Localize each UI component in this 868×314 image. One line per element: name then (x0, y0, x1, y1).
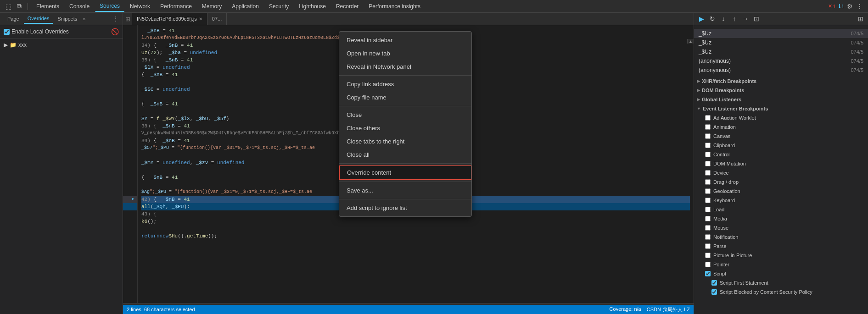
event-listener-item[interactable]: Canvas (694, 132, 868, 141)
section-xhr-breakpoints[interactable]: ▶ XHR/fetch Breakpoints (694, 77, 868, 86)
menu-close-all[interactable]: Close all (339, 148, 471, 161)
event-label: Drag / drop (713, 179, 739, 185)
step-icon[interactable]: → (741, 14, 750, 23)
event-checkbox[interactable] (705, 216, 711, 221)
event-listener-item[interactable]: Script First Statement (694, 278, 868, 287)
menu-copy-link[interactable]: Copy link address (339, 77, 471, 91)
event-checkbox[interactable] (705, 115, 711, 121)
menu-add-to-ignore[interactable]: Add script to ignore list (339, 201, 471, 215)
tab-recorder[interactable]: Recorder (331, 1, 363, 11)
section-dom-breakpoints[interactable]: ▶ DOM Breakpoints (694, 86, 868, 95)
menu-save-as[interactable]: Save as... (339, 184, 471, 197)
more-tabs-icon[interactable]: » (83, 16, 85, 22)
menu-reveal-sidebar[interactable]: Reveal in sidebar (339, 33, 471, 47)
event-checkbox[interactable] (705, 133, 711, 139)
section-event-listeners[interactable]: ▼ Event Listener Breakpoints (694, 104, 868, 113)
menu-reveal-network[interactable]: Reveal in Network panel (339, 60, 471, 73)
tab-overrides[interactable]: Overrides (24, 14, 53, 24)
tab-performance[interactable]: Performance (156, 1, 196, 11)
tab-lighthouse[interactable]: Lighthouse (294, 1, 330, 11)
event-listener-item[interactable]: Clipboard (694, 141, 868, 150)
event-listener-item[interactable]: DOM Mutation (694, 159, 868, 168)
event-listener-item[interactable]: Pointer (694, 260, 868, 269)
event-checkbox[interactable] (705, 161, 711, 166)
step-into-icon[interactable]: ↓ (719, 14, 728, 23)
event-listener-item[interactable]: Control (694, 150, 868, 159)
tab-network[interactable]: Network (125, 1, 155, 11)
event-checkbox[interactable] (705, 188, 711, 194)
event-listener-item[interactable]: Geolocation (694, 187, 868, 196)
stack-frame-4[interactable]: (anonymous)074/5 (694, 66, 868, 75)
section-global-listeners[interactable]: ▶ Global Listeners (694, 95, 868, 104)
event-listener-item[interactable]: Animation (694, 122, 868, 132)
scroll-up-icon[interactable]: ▲ (689, 39, 693, 44)
overrides-checkbox-input[interactable] (4, 29, 10, 35)
tab-close-icon[interactable]: ✕ (199, 17, 202, 22)
event-listener-item[interactable]: Media (694, 214, 868, 223)
sidebar-toggle-icon[interactable]: ⊞ (123, 16, 132, 22)
stack-frame-2[interactable]: _$Uz074/5 (694, 47, 868, 56)
event-checkbox[interactable] (705, 152, 711, 157)
event-listener-item[interactable]: Script (694, 269, 868, 278)
event-checkbox[interactable] (711, 289, 717, 295)
event-listener-item[interactable]: Parse (694, 242, 868, 251)
tree-item-xxx[interactable]: ▶ 📁 xxx (0, 40, 123, 50)
event-listener-item[interactable]: Ad Auction Worklet (694, 113, 868, 122)
event-checkbox[interactable] (705, 271, 711, 276)
menu-close-others[interactable]: Close others (339, 121, 471, 135)
tab-security[interactable]: Security (264, 1, 293, 11)
step-over-icon[interactable]: ↻ (708, 14, 717, 23)
tab-sources[interactable]: Sources (95, 1, 124, 12)
device-icon[interactable]: ⧉ (15, 2, 24, 11)
event-checkbox[interactable] (705, 124, 711, 130)
resume-icon[interactable]: ▶ (697, 14, 706, 23)
scrollbar-arrows: ▲ (687, 39, 694, 44)
stack-frame-0[interactable]: _$Uz074/5 (694, 29, 868, 38)
event-checkbox[interactable] (705, 207, 711, 212)
event-checkbox[interactable] (705, 243, 711, 249)
menu-override-content[interactable]: Override content (339, 165, 471, 180)
menu-close-right[interactable]: Close tabs to the right (339, 135, 471, 148)
section-events-label: Event Listener Breakpoints (703, 106, 768, 111)
event-listener-item[interactable]: Device (694, 168, 868, 177)
toggle-panel-icon[interactable]: ⊞ (856, 14, 865, 23)
enable-overrides-checkbox[interactable]: Enable Local Overrides (4, 28, 69, 35)
event-listener-item[interactable]: Script Blocked by Content Security Polic… (694, 287, 868, 297)
deactivate-icon[interactable]: ⊡ (752, 14, 761, 23)
stack-frame-3[interactable]: (anonymous)074/5 (694, 56, 868, 66)
event-checkbox[interactable] (705, 170, 711, 176)
menu-copy-filename[interactable]: Copy file name (339, 91, 471, 104)
tab-application[interactable]: Application (227, 1, 263, 11)
step-out-icon[interactable]: ↑ (730, 14, 739, 23)
event-listener-item[interactable]: Notification (694, 232, 868, 242)
tab-page[interactable]: Page (4, 14, 23, 23)
event-checkbox[interactable] (711, 280, 717, 286)
event-checkbox[interactable] (705, 253, 711, 258)
tab-performance-insights[interactable]: Performance insights (364, 1, 425, 11)
event-checkbox[interactable] (705, 198, 711, 203)
menu-open-new-tab[interactable]: Open in new tab (339, 47, 471, 60)
clear-overrides-icon[interactable]: 🚫 (111, 28, 119, 35)
event-listener-item[interactable]: Picture-in-Picture (694, 251, 868, 260)
menu-close[interactable]: Close (339, 108, 471, 121)
event-listener-item[interactable]: Load (694, 205, 868, 214)
event-checkbox[interactable] (705, 179, 711, 185)
sub-tabs-menu-icon[interactable]: ⋮ (112, 15, 119, 22)
stack-frame-1[interactable]: _$Uz074/5 (694, 38, 868, 47)
tab-console[interactable]: Console (65, 1, 94, 11)
event-listener-item[interactable]: Mouse (694, 223, 868, 232)
event-checkbox[interactable] (705, 143, 711, 148)
code-tab-main[interactable]: IN5CvLacRcP6.e309c5fj.js ✕ (132, 13, 207, 25)
event-checkbox[interactable] (705, 262, 711, 267)
event-checkbox[interactable] (705, 225, 711, 231)
tab-snippets[interactable]: Snippets (54, 14, 81, 23)
code-tab-secondary[interactable]: 07... (207, 13, 227, 25)
event-listener-item[interactable]: Drag / drop (694, 177, 868, 187)
tab-memory[interactable]: Memory (197, 1, 226, 11)
more-icon[interactable]: ⋮ (855, 2, 864, 11)
event-checkbox[interactable] (705, 234, 711, 240)
tab-elements[interactable]: Elements (32, 1, 64, 11)
event-listener-item[interactable]: Keyboard (694, 196, 868, 205)
settings-icon[interactable]: ⚙ (845, 2, 854, 11)
inspect-icon[interactable]: ⬚ (4, 2, 13, 11)
